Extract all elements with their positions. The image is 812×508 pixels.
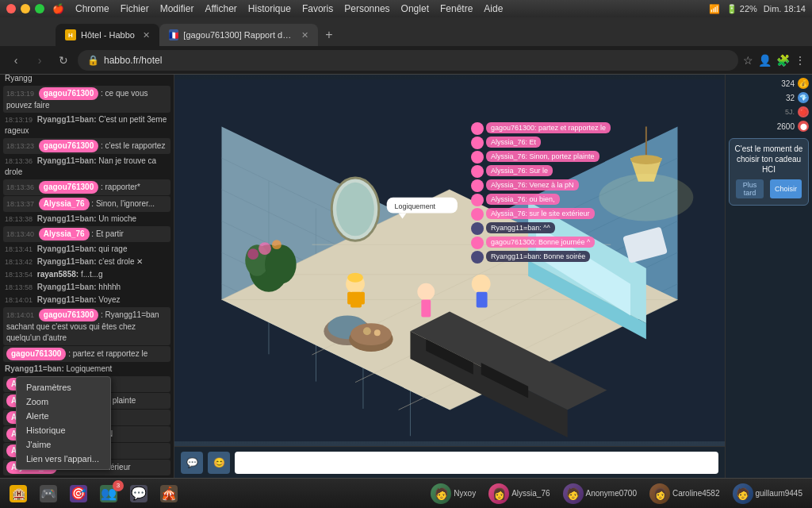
tab-favicon-rapport: 🇫🇷 (169, 29, 178, 40)
apple-menu[interactable]: 🍎 (52, 3, 64, 14)
context-jaime[interactable]: J'aime (17, 437, 110, 452)
svg-point-52 (347, 273, 363, 283)
notification-badge: 3 (113, 480, 124, 491)
traffic-lights[interactable] (6, 4, 44, 13)
svg-text:Logiquement: Logiquement (395, 202, 436, 210)
bookmarks-menu[interactable]: Favoris (302, 3, 333, 14)
battery-icon: 🔋 22% (726, 4, 757, 14)
game-icon-1: 🎮 (40, 485, 57, 502)
taskbar-user-nyxoy[interactable]: 🧑 Nyxoy (426, 482, 481, 506)
taskbar-user-anonyme[interactable]: 🧑 Anonyme0700 (558, 482, 642, 506)
chrome-tabbar: H Hôtel - Habbo ✕ 🇫🇷 [gagou761300] Rappo… (0, 17, 812, 46)
tab-rapport[interactable]: 🇫🇷 [gagou761300] Rapport de pa... ✕ (159, 24, 318, 46)
chat-message: gagou761300 : partez et rapportez le (3, 346, 170, 362)
context-alerte[interactable]: Alerte (17, 409, 110, 423)
avatar-alyssia: 👩 (488, 483, 509, 504)
chat-message: 18:13:54 rayan5858: f...t...g (3, 268, 170, 281)
context-parametres[interactable]: Paramètres (17, 380, 110, 394)
svg-rect-50 (347, 292, 352, 305)
game-chat-input[interactable] (235, 452, 718, 474)
help-menu[interactable]: Aide (484, 3, 503, 14)
svg-rect-51 (360, 292, 365, 305)
hotel-icon: 🏨 (10, 485, 27, 502)
gift-choose-btn[interactable]: Choisir (770, 179, 802, 198)
blue-icon: 💎 (798, 92, 809, 103)
chat-message: 18:13:23 gagou761300 : c'est le rapporte… (3, 138, 170, 154)
taskbar-user-caroline[interactable]: 👩 Caroline4582 (645, 482, 725, 506)
gift-box: C'est le moment de choisir ton cadeau HC… (729, 138, 809, 206)
forward-btn[interactable]: › (30, 51, 49, 70)
minimize-btn[interactable] (21, 4, 30, 13)
user-label-anonyme: Anonyme0700 (586, 489, 638, 498)
avatar-anonyme: 🧑 (563, 483, 584, 504)
chat-message: 18:13:38 Ryangg11=ban: Un mioche (3, 213, 170, 225)
taskbar-hotel[interactable]: 🏨 (5, 482, 32, 506)
context-historique[interactable]: Historique (17, 423, 110, 437)
menu-icon[interactable]: ⋮ (795, 54, 806, 67)
gold-icon: 💰 (798, 78, 809, 89)
taskbar-item-4[interactable]: 💬 (125, 482, 152, 506)
macos-menubar: 🍎 Chrome Fichier Modifier Afficher Histo… (52, 3, 503, 14)
chrome-menu[interactable]: Chrome (75, 3, 109, 14)
svg-point-47 (599, 174, 693, 221)
back-btn[interactable]: ‹ (6, 51, 25, 70)
tab-label-hotel: Hôtel - Habbo (81, 30, 135, 40)
chat-message: 18:13:40 Alyssia_76 : Et partir (3, 226, 170, 242)
window-menu[interactable]: Fenêtre (440, 3, 473, 14)
taskbar-item-2[interactable]: 🎯 (65, 482, 92, 506)
chat-message: 18:14:01 Ryangg11=ban: Voyez (3, 294, 170, 306)
chat-message: 18:13:19 gagou761300 : ce que vous pouve… (3, 86, 170, 113)
game-icon-5: 🎪 (160, 485, 178, 502)
chrome-addressbar: ‹ › ↻ 🔒 habbo.fr/hotel ☆ 👤 🧩 ⋮ (0, 46, 812, 75)
file-menu[interactable]: Fichier (121, 3, 149, 14)
bookmark-icon[interactable]: ☆ (743, 54, 753, 67)
close-btn[interactable] (6, 4, 16, 13)
taskbar-user-guillaum[interactable]: 🧑 guillaum9445 (728, 482, 808, 506)
taskbar-user-alyssia[interactable]: 👩 Alyssia_76 (484, 482, 554, 506)
chat-panel: 18:13:04 gagou761300 : Bonjour, Patrouil… (0, 75, 174, 478)
tab-close-hotel[interactable]: ✕ (143, 30, 150, 40)
extensions-icon[interactable]: 🧩 (776, 54, 790, 67)
chat-message: 18:13:14 lastar5858: stop sor de chez mo… (3, 75, 170, 85)
view-menu[interactable]: Afficher (205, 3, 236, 14)
avatar-guillaum: 🧑 (733, 483, 753, 504)
svg-point-53 (417, 283, 435, 301)
taskbar-item-5[interactable]: 🎪 (155, 482, 182, 506)
svg-point-40 (272, 240, 282, 249)
game-chat-icon[interactable]: 💬 (181, 452, 203, 474)
currency-gold: 324 💰 (729, 78, 809, 89)
taskbar-item-1[interactable]: 🎮 (35, 482, 62, 506)
history-menu[interactable]: Historique (248, 3, 291, 14)
tab-close-rapport[interactable]: ✕ (301, 30, 308, 40)
url-text: habbo.fr/hotel (104, 55, 162, 66)
people-menu[interactable]: Personnes (344, 3, 389, 14)
edit-menu[interactable]: Modifier (160, 3, 194, 14)
game-emote-icon[interactable]: 😊 (208, 452, 230, 474)
currency-red2: 2600 ⬤ (729, 121, 809, 132)
tab-hotel[interactable]: H Hôtel - Habbo ✕ (56, 24, 159, 46)
red2-icon: ⬤ (798, 121, 809, 132)
svg-point-60 (374, 329, 381, 336)
taskbar-item-3[interactable]: 👥 3 (95, 482, 122, 506)
chat-message: 18:13:19 Ryangg11=ban: C'est un petit 3e… (3, 114, 170, 137)
new-tab-btn[interactable]: + (318, 24, 340, 46)
tab-menu[interactable]: Onglet (401, 3, 429, 14)
chat-message: 18:13:36 Ryangg11=ban: Nan je trouve ca … (3, 155, 170, 179)
macos-titlebar: 🍎 Chrome Fichier Modifier Afficher Histo… (0, 0, 812, 17)
game-area: Logiquement gagou761300: partez et rappo… (174, 75, 725, 478)
user-label-caroline: Caroline4582 (672, 489, 720, 498)
browser-content: 18:13:04 gagou761300 : Bonjour, Patrouil… (0, 75, 812, 478)
avatar-caroline: 👩 (649, 483, 670, 504)
url-bar[interactable]: 🔒 habbo.fr/hotel (78, 50, 738, 71)
gift-later-btn[interactable]: Plus tard (736, 179, 764, 198)
svg-point-46 (630, 155, 662, 164)
context-lien[interactable]: Lien vers l'appari... (17, 452, 110, 466)
profile-icon[interactable]: 👤 (758, 54, 772, 67)
context-menu[interactable]: Paramètres Zoom Alerte Historique J'aime… (16, 376, 111, 470)
avatar-nyxoy: 🧑 (431, 483, 451, 504)
maximize-btn[interactable] (35, 4, 44, 13)
tab-label-rapport: [gagou761300] Rapport de pa... (183, 30, 293, 40)
reload-btn[interactable]: ↻ (54, 51, 73, 70)
context-zoom[interactable]: Zoom (17, 394, 110, 409)
chat-message: 18:14:01 gagou761300 : Ryangg11=ban sach… (3, 307, 170, 345)
